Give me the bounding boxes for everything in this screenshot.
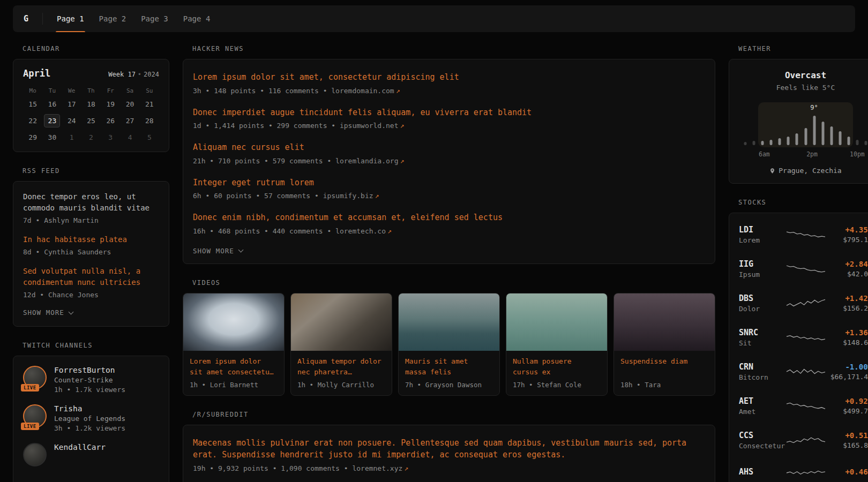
rss-show-more-button[interactable]: SHOW MORE (23, 308, 159, 317)
stock-identity: LDI Lorem (739, 225, 785, 244)
temperature-bar (804, 128, 807, 145)
temperature-bar (753, 141, 755, 145)
external-link-icon: ↗ (400, 157, 405, 165)
stock-identity: AHS (739, 467, 785, 478)
stock-row[interactable]: IIG Ipsum +2.84% $42.04 (739, 252, 868, 286)
rss-item: Donec tempor eros leo, ut commodo mauris… (23, 191, 159, 224)
stock-identity: AET Amet (739, 396, 785, 416)
day-of-week-label: Th (81, 85, 101, 97)
page-tab[interactable]: Page 3 (133, 5, 176, 32)
stocks-card: LDI Lorem +4.35% $795.18 IIG Ipsum (729, 213, 868, 482)
video-card[interactable]: Nullam posuere cursus ex 17h • Stefan Co… (506, 293, 608, 396)
stock-price: $66,171.48 (826, 373, 868, 381)
rss-item-title[interactable]: Sed volutpat nulla nisl, a condimentum n… (23, 266, 159, 288)
weather-widget: WEATHER Overcast Feels like 5°C 9° 6am2p… (729, 45, 868, 184)
channel-avatar-wrap: LIVE (23, 366, 47, 389)
stock-row[interactable]: AHS +0.46% (739, 457, 868, 482)
weather-condition: Overcast (739, 70, 868, 80)
stocks-widget: STOCKS LDI Lorem +4.35% $795.18 (729, 199, 868, 482)
stock-name: Sit (739, 339, 785, 347)
subreddit-item-meta: 19h • 9,932 points • 1,090 comments • lo… (193, 464, 705, 472)
stock-change-percent: -1.00% (826, 363, 868, 371)
video-card[interactable]: Suspendisse diam 18h • Tara (613, 293, 715, 396)
twitch-channel-row[interactable]: LIVE Trisha League of Legends 3h • 1.2k … (23, 404, 159, 432)
channel-game: League of Legends (54, 415, 125, 423)
stock-sparkline (785, 330, 826, 345)
temperature-bar (787, 137, 790, 145)
hn-item-title[interactable]: Donec enim nibh, condimentum et accumsan… (193, 212, 705, 224)
stock-name: Ipsum (739, 270, 785, 278)
temperature-bar (839, 131, 841, 145)
hn-item-title[interactable]: Integer eget rutrum lorem (193, 177, 705, 189)
stock-row[interactable]: SNRC Sit +1.36% $148.64 (739, 320, 868, 355)
page-tab[interactable]: Page 1 (49, 5, 92, 32)
temperature-bar (796, 133, 798, 145)
stock-ticker: AHS (739, 467, 785, 477)
page-tab-label: Page 4 (183, 14, 211, 23)
calendar-day: 18 (83, 97, 99, 111)
calendar-day: 19 (102, 97, 118, 111)
page-tab-label: Page 3 (141, 14, 168, 23)
stock-ticker: CCS (739, 431, 785, 440)
video-meta: 1h • Molly Carrillo (297, 381, 385, 389)
weather-location-row: Prague, Czechia (739, 167, 868, 175)
calendar-day: 23 (44, 114, 60, 127)
app-logo[interactable]: G (24, 5, 39, 32)
hn-item-title[interactable]: Aliquam nec cursus elit (193, 141, 705, 154)
calendar-day: 21 (141, 97, 158, 111)
stock-row[interactable]: CCS Consectetur +0.51% $165.84 (739, 423, 868, 457)
page-tab[interactable]: Page 4 (176, 5, 218, 32)
video-title: Mauris sit amet massa felis (405, 356, 493, 378)
temperature-bar (770, 140, 773, 145)
video-card[interactable]: Aliquam tempor dolor nec pharetra… 1h • … (290, 293, 392, 396)
channel-avatar-wrap: LIVE (23, 443, 47, 466)
video-body: Suspendisse diam 18h • Tara (614, 351, 715, 395)
external-link-icon: ↗ (387, 227, 392, 235)
stock-identity: CCS Consectetur (739, 431, 785, 450)
twitch-channel-row[interactable]: LIVE ForrestBurton Counter-Strike 1h • 1… (23, 366, 159, 394)
stock-row[interactable]: CRN Bitcorn -1.00% $66,171.48 (739, 355, 868, 389)
stock-row[interactable]: LDI Lorem +4.35% $795.18 (739, 217, 868, 252)
day-of-week-label: Sa (120, 85, 139, 97)
rss-item: In hac habitasse platea 8d • Cynthia Sau… (23, 234, 159, 256)
subreddit-widget-label: /R/SUBREDDIT (192, 411, 715, 418)
twitch-channel-row[interactable]: LIVE KendallCarr (23, 443, 159, 466)
external-link-icon: ↗ (400, 122, 405, 130)
calendar-day: 20 (122, 97, 138, 111)
channel-avatar-wrap: LIVE (23, 404, 47, 428)
stock-change-percent: +1.42% (826, 294, 868, 303)
hacker-news-item: Donec imperdiet augue tincidunt felis al… (193, 107, 705, 130)
calendar-day: 22 (25, 114, 41, 127)
video-card[interactable]: Mauris sit amet massa felis 7h • Grayson… (398, 293, 500, 396)
subreddit-item-title[interactable]: Maecenas mollis pulvinar erat non posuer… (193, 437, 705, 461)
hn-item-title[interactable]: Donec imperdiet augue tincidunt felis al… (193, 107, 705, 119)
hn-show-more-button[interactable]: SHOW MORE (193, 247, 705, 255)
stock-values: +0.46% (826, 468, 868, 478)
video-card[interactable]: Lorem ipsum dolor sit amet consectetu… 1… (183, 293, 285, 396)
stock-row[interactable]: DBS Dolor +1.42% $156.28 (739, 286, 868, 320)
stock-values: -1.00% $66,171.48 (826, 363, 868, 381)
page-tab[interactable]: Page 2 (92, 5, 134, 32)
stock-identity: CRN Bitcorn (739, 362, 785, 381)
rss-item-title[interactable]: In hac habitasse platea (23, 234, 159, 245)
calendar-day: 2 (83, 131, 99, 144)
subreddit-list: Maecenas mollis pulvinar erat non posuer… (193, 437, 705, 472)
stock-values: +4.35% $795.18 (826, 225, 868, 244)
stock-row[interactable]: AET Amet +0.92% $499.72 (739, 389, 868, 423)
temperature-bar (830, 126, 833, 145)
video-thumbnail (506, 293, 607, 351)
video-thumbnail (291, 293, 392, 351)
video-body: Aliquam tempor dolor nec pharetra… 1h • … (291, 351, 392, 395)
rss-item-title[interactable]: Donec tempor eros leo, ut commodo mauris… (23, 191, 159, 214)
hn-item-title[interactable]: Lorem ipsum dolor sit amet, consectetur … (193, 71, 705, 84)
rss-list: Donec tempor eros leo, ut commodo mauris… (23, 191, 159, 299)
page-tabs: Page 1 Page 2 Page 3 Page 4 (49, 5, 218, 32)
stock-ticker: IIG (739, 259, 785, 269)
subreddit-card: Maecenas mollis pulvinar erat non posuer… (183, 425, 715, 482)
calendar-day-headers: Mo Tu We Th Fr Sa Su (23, 85, 159, 97)
rss-item-meta: 7d • Ashlyn Martin (23, 216, 159, 224)
channel-info: Trisha League of Legends 3h • 1.2k viewe… (54, 404, 125, 432)
chevron-down-icon (68, 309, 73, 314)
video-title: Suspendisse diam (620, 356, 708, 378)
video-title: Aliquam tempor dolor nec pharetra… (297, 356, 385, 378)
